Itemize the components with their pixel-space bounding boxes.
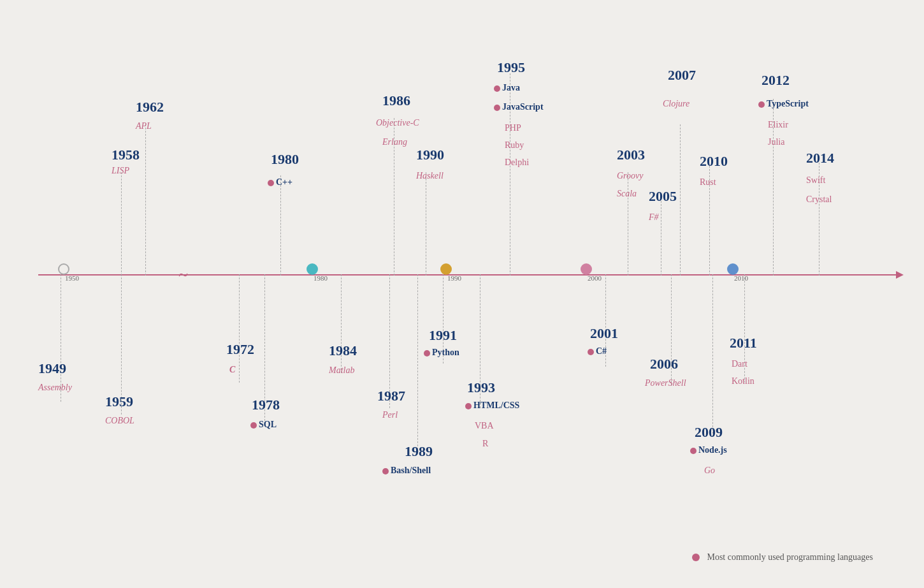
lang-nodejs: Node.js	[690, 445, 727, 455]
lang-matlab: Matlab	[329, 365, 354, 376]
lang-c: C	[229, 365, 235, 375]
vline-2005	[661, 201, 661, 276]
lang-crystal: Crystal	[806, 195, 832, 205]
lang-cobol: COBOL	[105, 416, 134, 426]
lang-clojure: Clojure	[663, 99, 689, 109]
vline-2007	[680, 124, 681, 276]
lang-java: Java	[494, 83, 520, 93]
lang-cpp: C++	[268, 177, 292, 187]
nodejs-dot	[690, 448, 697, 454]
year-1949: 1949	[38, 360, 66, 377]
csharp-dot	[588, 349, 594, 355]
vline-1958	[121, 172, 122, 276]
year-2014: 2014	[806, 150, 834, 166]
python-dot	[424, 350, 430, 356]
vline-1962	[145, 124, 146, 276]
legend-dot	[692, 554, 700, 561]
ts-dot	[758, 101, 765, 108]
year-1993: 1993	[467, 379, 495, 396]
lang-rust: Rust	[700, 177, 716, 187]
lang-haskell: Haskell	[416, 171, 444, 181]
lang-objc: Objective-C	[376, 118, 419, 128]
year-2006: 2006	[650, 356, 678, 372]
lang-erlang: Erlang	[382, 137, 407, 147]
year-1962: 1962	[136, 99, 164, 115]
lang-delphi: Delphi	[505, 158, 529, 168]
java-dot	[494, 85, 500, 92]
lang-perl: Perl	[382, 410, 398, 420]
lang-javascript: JavaScript	[494, 102, 544, 112]
lang-kotlin: Kotlin	[732, 376, 754, 386]
year-1959: 1959	[105, 393, 133, 410]
lang-lisp: LISP	[112, 166, 129, 176]
year-1995: 1995	[497, 59, 525, 76]
lang-htmlcss: HTML/CSS	[465, 401, 519, 411]
lang-dart: Dart	[732, 359, 747, 369]
year-1978: 1978	[252, 397, 280, 413]
year-1987: 1987	[377, 388, 405, 404]
js-dot	[494, 105, 500, 111]
year-1991: 1991	[429, 327, 457, 344]
timeline-container: ~ 1950 1980 1990 2000 2010 1958 LISP 196…	[0, 0, 924, 588]
year-2010-lang: 2010	[700, 153, 728, 170]
vline-2009	[712, 274, 713, 437]
year-1989: 1989	[405, 443, 433, 460]
year-1972: 1972	[226, 341, 254, 358]
year-1984: 1984	[329, 342, 357, 359]
lang-elixir: Elixir	[768, 120, 788, 130]
lang-python: Python	[424, 348, 459, 358]
bash-dot	[382, 468, 389, 474]
year-2001: 2001	[590, 325, 618, 342]
vline-1972	[239, 274, 240, 383]
lang-go: Go	[704, 466, 715, 476]
lang-apl: APL	[136, 121, 152, 131]
tilde-break: ~	[178, 265, 188, 285]
year-2009: 2009	[695, 424, 723, 441]
year-1986: 1986	[382, 92, 410, 109]
lang-powershell: PowerShell	[645, 378, 686, 388]
lang-swift: Swift	[806, 175, 825, 186]
vline-1990-up	[426, 172, 426, 276]
year-1980-lang: 1980	[271, 151, 299, 168]
vline-1980-up	[280, 175, 281, 276]
cpp-dot	[268, 180, 274, 186]
year-1990-lang: 1990	[416, 147, 444, 163]
lang-scala: Scala	[617, 189, 637, 199]
vline-2003	[628, 172, 628, 276]
lang-vba: VBA	[475, 421, 494, 431]
lang-php: PHP	[505, 123, 521, 133]
year-2011: 2011	[730, 335, 757, 351]
year-1958: 1958	[112, 147, 140, 163]
html-dot	[465, 403, 472, 409]
timeline-line	[38, 274, 899, 276]
lang-fsharp: F#	[649, 212, 659, 223]
lang-ruby: Ruby	[505, 140, 524, 151]
year-2003: 2003	[617, 147, 645, 163]
lang-typescript: TypeScript	[758, 99, 809, 109]
lang-csharp: C#	[588, 346, 607, 356]
lang-sql: SQL	[250, 420, 277, 430]
year-2007: 2007	[668, 67, 696, 84]
year-2012: 2012	[762, 72, 790, 89]
sql-dot	[250, 422, 257, 429]
legend-text: Most commonly used programming languages	[707, 552, 873, 562]
lang-julia: Julia	[768, 137, 784, 147]
lang-r: R	[482, 439, 488, 449]
year-2005: 2005	[649, 188, 677, 205]
lang-assembly: Assembly	[38, 383, 72, 393]
vline-1989	[417, 274, 418, 453]
lang-groovy: Groovy	[617, 171, 643, 181]
lang-bash: Bash/Shell	[382, 466, 431, 476]
legend: Most commonly used programming languages	[692, 552, 873, 562]
